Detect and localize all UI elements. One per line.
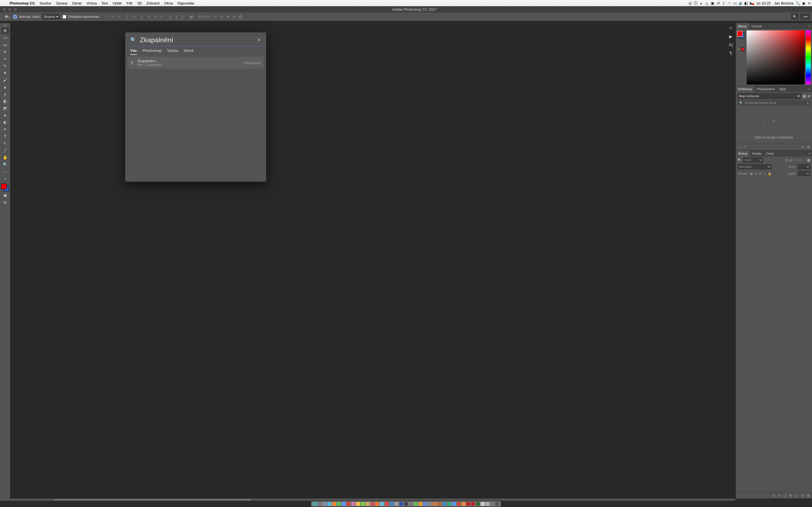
edit-toolbar-button[interactable]: ⋯ <box>1 168 9 175</box>
menu-text[interactable]: Text <box>101 1 108 5</box>
menu-image[interactable]: Obraz <box>72 1 82 5</box>
zoom-tool[interactable]: 🔍 <box>1 161 9 168</box>
distribute-top-icon[interactable]: ≡ <box>146 13 152 20</box>
dodge-tool[interactable]: ◐ <box>1 119 9 126</box>
distribute-bottom-icon[interactable]: ≡ <box>158 13 165 20</box>
tools-grip[interactable]: ▸▸ <box>4 24 6 26</box>
distribute-hcenter-icon[interactable]: ∥ <box>173 13 180 20</box>
auto-align-icon[interactable]: ▦ <box>188 13 195 20</box>
search-tab-stock[interactable]: Stock <box>184 48 193 55</box>
menu-view[interactable]: Zobrazit <box>146 1 160 5</box>
screenmode-button[interactable]: ⧉ <box>1 199 9 206</box>
options-bar: ✥▾ Automat. výběr: Skupina Ovladače tran… <box>0 12 406 21</box>
distribute-vcenter-icon[interactable]: ≡ <box>152 13 158 20</box>
search-result-status: Nedostupné <box>245 61 261 64</box>
3d-roll-icon: ◎ <box>219 13 225 20</box>
tools-panel: ▸▸ ✥ ▭ ᔓ ✶ ✂ ✎ ✷ 🖌 ▲ ɣ ◧ ◩ ● ◐ ✒ T ↖ ╱ ✋… <box>0 23 10 253</box>
window-titlebar: Adobe Photoshop CC 2017 <box>0 6 406 12</box>
crop-tool[interactable]: ✂ <box>1 55 9 62</box>
healing-tool[interactable]: ✷ <box>1 69 9 76</box>
menu-select[interactable]: Výběr <box>112 1 122 5</box>
distribute-left-icon[interactable]: ∥ <box>167 13 173 20</box>
search-tab-learn[interactable]: Výuka <box>167 48 178 55</box>
search-result-row[interactable]: ≣ Zkapalnění… Filtr > Zkapalnění… Nedost… <box>128 57 264 69</box>
result-filter-icon: ≣ <box>130 60 134 65</box>
app-menu[interactable]: Photoshop CC <box>10 1 35 5</box>
current-tool-icon[interactable]: ✥▾ <box>4 14 10 19</box>
3d-camera-icon: ⏻ <box>238 13 244 20</box>
transform-controls-checkbox[interactable]: Ovladače transformací <box>61 14 100 19</box>
lasso-tool[interactable]: ᔓ <box>1 41 9 48</box>
quickmask-button[interactable]: ▣ <box>1 192 9 199</box>
eraser-tool[interactable]: ◧ <box>1 98 9 105</box>
swap-swatch-icon[interactable]: ⤭ <box>1 175 9 182</box>
window-close-button[interactable] <box>3 8 6 11</box>
app-search-dialog: 🔍 ✕ Vše Photoshop Výuka Stock ≣ Zkapalně… <box>125 33 266 182</box>
align-bottom-icon[interactable]: ⟘ <box>116 13 122 20</box>
path-select-tool[interactable]: ↖ <box>1 140 9 147</box>
menu-filter[interactable]: Filtr <box>126 1 133 5</box>
menu-3d[interactable]: 3D <box>137 1 142 5</box>
history-brush-tool[interactable]: ɣ <box>1 91 9 98</box>
search-tab-photoshop[interactable]: Photoshop <box>142 48 161 55</box>
mac-menubar: Photoshop CC Soubor Úpravy Obraz Vrstva … <box>0 0 406 6</box>
pen-tool[interactable]: ✒ <box>1 126 9 133</box>
menu-layer[interactable]: Vrstva <box>87 1 97 5</box>
auto-select-label: Automat. výběr: <box>19 15 41 18</box>
color-swatches[interactable] <box>1 184 9 191</box>
transform-controls-label: Ovladače transformací <box>68 15 100 18</box>
options-bar-grip[interactable] <box>0 12 3 21</box>
align-hcenter-icon[interactable]: ┼ <box>131 13 137 20</box>
menu-file[interactable]: Soubor <box>40 1 51 5</box>
quick-select-tool[interactable]: ✶ <box>1 48 9 55</box>
move-tool[interactable]: ✥ <box>1 27 9 34</box>
auto-select-dropdown[interactable]: Skupina <box>42 14 60 19</box>
blur-tool[interactable]: ● <box>1 112 9 119</box>
window-minimize-button[interactable] <box>8 8 11 11</box>
mode-3d-label: 3D režim: <box>198 15 211 18</box>
search-tab-all[interactable]: Vše <box>130 48 137 55</box>
marquee-tool[interactable]: ▭ <box>1 34 9 41</box>
shape-tool[interactable]: ╱ <box>1 147 9 154</box>
eyedropper-tool[interactable]: ✎ <box>1 62 9 69</box>
window-zoom-button[interactable] <box>13 8 17 11</box>
align-vcenter-icon[interactable]: ⌯ <box>110 13 116 20</box>
menu-edit[interactable]: Úpravy <box>56 1 67 5</box>
auto-select-checkbox[interactable]: Automat. výběr: <box>12 14 41 19</box>
type-tool[interactable]: T <box>1 133 9 140</box>
search-icon: 🔍 <box>130 37 137 43</box>
align-left-icon[interactable]: ▏ <box>125 13 131 20</box>
app-search-input[interactable] <box>139 36 255 44</box>
window-title: Adobe Photoshop CC 2017 <box>17 7 406 11</box>
menu-window[interactable]: Okna <box>164 1 173 5</box>
close-icon[interactable]: ✕ <box>257 37 261 43</box>
3d-pan-icon: ✥ <box>225 13 231 20</box>
align-top-icon[interactable]: ⟟ <box>104 13 110 20</box>
search-result-title: Zkapalnění… <box>137 59 241 63</box>
brush-tool[interactable]: 🖌 <box>1 76 9 83</box>
menu-help[interactable]: Nápověda <box>177 1 194 5</box>
align-right-icon[interactable]: ▕ <box>137 13 144 20</box>
distribute-right-icon[interactable]: ∥ <box>180 13 186 20</box>
search-result-path: Filtr > Zkapalnění… <box>137 63 241 66</box>
3d-slide-icon: ⤧ <box>231 13 238 20</box>
hand-tool[interactable]: ✋ <box>1 154 9 161</box>
3d-orbit-icon: ⟳ <box>213 13 219 20</box>
gradient-tool[interactable]: ◩ <box>1 105 9 112</box>
stamp-tool[interactable]: ▲ <box>1 83 9 91</box>
